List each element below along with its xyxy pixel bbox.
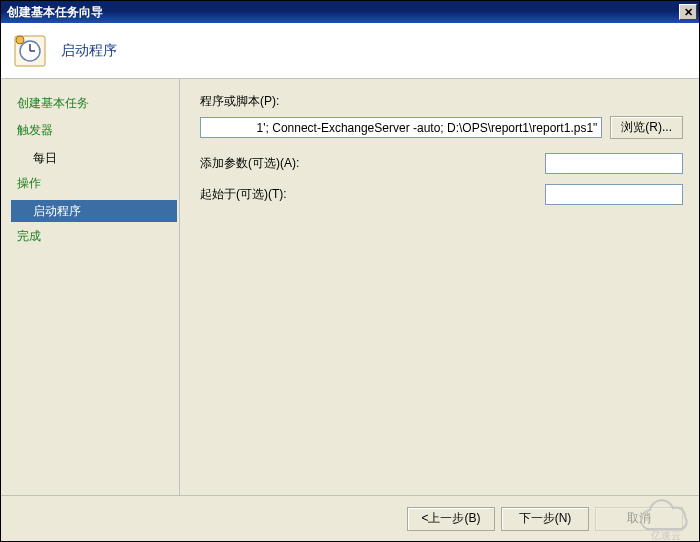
program-script-input[interactable] xyxy=(200,117,602,138)
window-title: 创建基本任务向导 xyxy=(7,4,679,21)
browse-button[interactable]: 浏览(R)... xyxy=(610,116,683,139)
start-in-label: 起始于(可选)(T): xyxy=(200,186,287,203)
next-button[interactable]: 下一步(N) xyxy=(501,507,589,531)
cancel-button[interactable]: 取消 xyxy=(595,507,683,531)
page-title: 启动程序 xyxy=(61,42,117,60)
close-button[interactable]: ✕ xyxy=(679,4,697,20)
step-trigger[interactable]: 触发器 xyxy=(11,120,179,141)
add-arguments-label: 添加参数(可选)(A): xyxy=(200,155,299,172)
wizard-main-panel: 程序或脚本(P): 浏览(R)... 添加参数(可选)(A): 起始于(可选)(… xyxy=(179,78,699,495)
titlebar[interactable]: 创建基本任务向导 ✕ xyxy=(1,1,699,23)
wizard-body: 创建基本任务 触发器 每日 操作 启动程序 完成 程序或脚本(P): 浏览(R)… xyxy=(1,79,699,495)
wizard-button-bar: <上一步(B) 下一步(N) 取消 xyxy=(1,495,699,541)
close-icon: ✕ xyxy=(684,7,693,18)
step-trigger-daily[interactable]: 每日 xyxy=(9,147,179,169)
start-in-input[interactable] xyxy=(545,184,683,205)
wizard-header: 启动程序 xyxy=(1,23,699,79)
add-arguments-input[interactable] xyxy=(545,153,683,174)
step-finish[interactable]: 完成 xyxy=(11,226,179,247)
wizard-window: 创建基本任务向导 ✕ 启动程序 创建基本任务 触发器 每日 操作 启动程序 完成 xyxy=(0,0,700,542)
wizard-steps-sidebar: 创建基本任务 触发器 每日 操作 启动程序 完成 xyxy=(1,79,179,495)
svg-point-4 xyxy=(16,36,24,44)
program-script-label: 程序或脚本(P): xyxy=(200,93,318,110)
back-button[interactable]: <上一步(B) xyxy=(407,507,495,531)
clock-task-icon xyxy=(13,34,47,68)
step-action[interactable]: 操作 xyxy=(11,173,179,194)
step-action-start-program[interactable]: 启动程序 xyxy=(11,200,177,222)
step-create-task[interactable]: 创建基本任务 xyxy=(11,93,179,114)
